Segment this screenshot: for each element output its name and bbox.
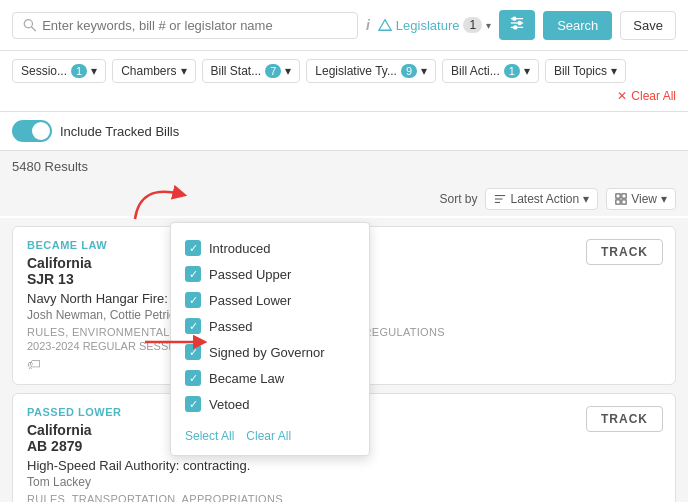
billstat-filter-badge: 7	[265, 64, 281, 78]
passed-checkbox[interactable]	[185, 318, 201, 334]
navigate-icon	[378, 18, 392, 32]
bill-authors-2: Tom Lackey	[27, 475, 661, 489]
svg-rect-15	[622, 200, 626, 204]
billaction-chevron-icon: ▾	[524, 64, 530, 78]
dropdown-item-introduced[interactable]: Introduced	[185, 235, 355, 261]
passed-upper-checkbox[interactable]	[185, 266, 201, 282]
search-input-wrap[interactable]	[12, 12, 358, 39]
bill-title-2: High-Speed Rail Authority: contracting.	[27, 458, 661, 473]
legtype-filter-label: Legislative Ty...	[315, 64, 397, 78]
view-icon	[615, 193, 627, 205]
save-button[interactable]: Save	[620, 11, 676, 40]
session-filter-badge: 1	[71, 64, 87, 78]
select-all-link[interactable]: Select All	[185, 429, 234, 443]
view-label: View	[631, 192, 657, 206]
sort-chevron-icon: ▾	[583, 192, 589, 206]
filter-bar: Sessio... 1 ▾ Chambers ▾ Bill Stat... 7 …	[0, 51, 688, 112]
chambers-filter[interactable]: Chambers ▾	[112, 59, 195, 83]
include-tracked-toggle[interactable]	[12, 120, 52, 142]
dropdown-footer: Select All Clear All	[185, 425, 355, 443]
svg-rect-12	[616, 194, 620, 198]
clear-all-button[interactable]: ✕ Clear All	[617, 89, 676, 103]
billstat-filter-label: Bill Stat...	[211, 64, 262, 78]
bill-topics-text-2: RULES, TRANSPORTATION, APPROPRIATIONS	[27, 493, 283, 502]
introduced-label: Introduced	[209, 241, 270, 256]
billaction-filter-badge: 1	[504, 64, 520, 78]
signed-label: Signed by Governor	[209, 345, 325, 360]
sliders-icon	[509, 16, 525, 30]
clear-all-x-icon: ✕	[617, 89, 627, 103]
sort-bar: Sort by Latest Action ▾ View ▾	[0, 182, 688, 216]
legislature-label: Legislature	[396, 18, 460, 33]
sort-icon	[494, 193, 506, 205]
billtopics-filter-label: Bill Topics	[554, 64, 607, 78]
bill-topics-2: RULES, TRANSPORTATION, APPROPRIATIONS 20…	[27, 493, 283, 502]
dropdown-item-passed-upper[interactable]: Passed Upper	[185, 261, 355, 287]
track-button-1[interactable]: TRACK	[586, 239, 663, 265]
legtype-filter-badge: 9	[401, 64, 417, 78]
svg-point-6	[512, 16, 516, 20]
session-chevron-icon: ▾	[91, 64, 97, 78]
svg-marker-2	[379, 20, 391, 31]
vetoed-checkbox[interactable]	[185, 396, 201, 412]
dropdown-item-passed[interactable]: Passed	[185, 313, 355, 339]
passed-lower-label: Passed Lower	[209, 293, 291, 308]
search-bar: i Legislature 1 ▾ Search Save	[0, 0, 688, 51]
info-icon[interactable]: i	[366, 17, 370, 33]
billstat-chevron-icon: ▾	[285, 64, 291, 78]
billstat-dropdown: Introduced Passed Upper Passed Lower Pas…	[170, 222, 370, 456]
svg-point-7	[518, 21, 522, 25]
introduced-checkbox[interactable]	[185, 240, 201, 256]
toggle-row: Include Tracked Bills	[0, 112, 688, 151]
billstat-filter[interactable]: Bill Stat... 7 ▾	[202, 59, 301, 83]
vetoed-label: Vetoed	[209, 397, 250, 412]
legislature-num: 1	[463, 17, 482, 33]
chambers-chevron-icon: ▾	[181, 64, 187, 78]
sort-by-label: Sort by	[439, 192, 477, 206]
search-input[interactable]	[42, 18, 347, 33]
legtype-chevron-icon: ▾	[421, 64, 427, 78]
latest-action-sort[interactable]: Latest Action ▾	[485, 188, 598, 210]
results-count: 5480 Results	[0, 151, 688, 182]
billtopics-filter[interactable]: Bill Topics ▾	[545, 59, 626, 83]
svg-rect-14	[616, 200, 620, 204]
dropdown-item-became-law[interactable]: Became Law	[185, 365, 355, 391]
svg-line-1	[32, 27, 36, 31]
passed-lower-checkbox[interactable]	[185, 292, 201, 308]
svg-rect-13	[622, 194, 626, 198]
billtopics-chevron-icon: ▾	[611, 64, 617, 78]
track-button-2[interactable]: TRACK	[586, 406, 663, 432]
dropdown-item-signed[interactable]: Signed by Governor	[185, 339, 355, 365]
search-icon	[23, 18, 36, 32]
clear-all-label: Clear All	[631, 89, 676, 103]
dropdown-item-passed-lower[interactable]: Passed Lower	[185, 287, 355, 313]
svg-point-8	[513, 25, 517, 29]
dropdown-item-vetoed[interactable]: Vetoed	[185, 391, 355, 417]
chambers-filter-label: Chambers	[121, 64, 176, 78]
tag-icon-1: 🏷	[27, 356, 41, 372]
latest-action-label: Latest Action	[510, 192, 579, 206]
session-filter[interactable]: Sessio... 1 ▾	[12, 59, 106, 83]
became-law-checkbox[interactable]	[185, 370, 201, 386]
passed-upper-label: Passed Upper	[209, 267, 291, 282]
legislature-button[interactable]: Legislature 1 ▾	[378, 17, 491, 33]
view-select[interactable]: View ▾	[606, 188, 676, 210]
chevron-down-icon: ▾	[486, 20, 491, 31]
filter-icon-button[interactable]	[499, 10, 535, 40]
billaction-filter-label: Bill Acti...	[451, 64, 500, 78]
session-filter-label: Sessio...	[21, 64, 67, 78]
legtype-filter[interactable]: Legislative Ty... 9 ▾	[306, 59, 436, 83]
toggle-label: Include Tracked Bills	[60, 124, 179, 139]
toggle-knob	[32, 122, 50, 140]
billaction-filter[interactable]: Bill Acti... 1 ▾	[442, 59, 539, 83]
search-button[interactable]: Search	[543, 11, 612, 40]
view-chevron-icon: ▾	[661, 192, 667, 206]
passed-label: Passed	[209, 319, 252, 334]
signed-checkbox[interactable]	[185, 344, 201, 360]
bill-footer-2: RULES, TRANSPORTATION, APPROPRIATIONS 20…	[27, 493, 661, 502]
clear-dropdown-link[interactable]: Clear All	[246, 429, 291, 443]
became-law-label: Became Law	[209, 371, 284, 386]
